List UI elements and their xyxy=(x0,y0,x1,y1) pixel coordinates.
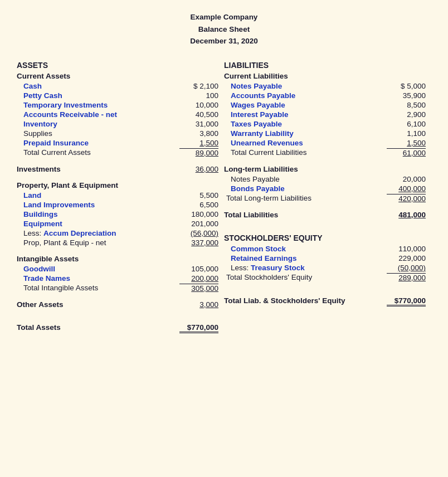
goodwill-label: Goodwill xyxy=(17,265,179,273)
total-current-liabilities-label: Total Current Liabilities xyxy=(224,148,387,157)
balance-sheet-layout: ASSETS Current Assets Cash $ 2,100 Petty… xyxy=(17,61,431,334)
land-row: Land 5,500 xyxy=(17,191,218,199)
supplies-label: Supplies xyxy=(17,129,179,138)
treasury-stock-label: Less: Treasury Stock xyxy=(224,264,387,272)
warranty-liability-value: 1,100 xyxy=(387,129,426,138)
goodwill-value: 105,000 xyxy=(179,265,218,273)
total-combined-label: Total Liab. & Stockholders' Equity xyxy=(224,296,387,305)
total-combined-row: Total Liab. & Stockholders' Equity $770,… xyxy=(224,296,426,306)
total-intangible-label: Total Intangible Assets xyxy=(17,284,179,293)
notes-payable-lt-label: Notes Payable xyxy=(224,175,387,183)
ppe-net-row: Prop, Plant & Equip - net 337,000 xyxy=(17,238,218,247)
trade-names-label: Trade Names xyxy=(17,274,179,283)
common-stock-value: 110,000 xyxy=(387,245,426,253)
total-equity-value: 289,000 xyxy=(387,273,426,282)
total-assets-row: Total Assets $770,000 xyxy=(17,323,218,333)
investments-row: Investments 36,000 xyxy=(17,165,218,173)
other-assets-value: 3,000 xyxy=(179,300,218,309)
trade-names-value: 200,000 xyxy=(179,274,218,283)
assets-column: ASSETS Current Assets Cash $ 2,100 Petty… xyxy=(17,61,224,334)
supplies-row: Supplies 3,800 xyxy=(17,129,218,138)
longterm-liabilities-header: Long-term Liabilities xyxy=(224,165,426,173)
other-assets-row: Other Assets 3,000 xyxy=(17,300,218,309)
prepaid-insurance-label: Prepaid Insurance xyxy=(17,139,179,147)
petty-cash-row: Petty Cash 100 xyxy=(17,91,218,100)
common-stock-row: Common Stock 110,000 xyxy=(224,245,426,253)
unearned-revenues-label: Unearned Revenues xyxy=(224,139,387,147)
total-liabilities-value: 481,000 xyxy=(387,211,426,219)
total-intangible-value: 305,000 xyxy=(179,284,218,293)
equipment-label: Equipment xyxy=(17,220,179,228)
inventory-value: 31,000 xyxy=(179,120,218,128)
report-date: December 31, 2020 xyxy=(17,35,431,47)
accounts-payable-row: Accounts Payable 35,900 xyxy=(224,91,426,100)
other-assets-label: Other Assets xyxy=(17,300,179,309)
total-current-assets-value: 89,000 xyxy=(179,148,218,157)
wages-payable-value: 8,500 xyxy=(387,101,426,109)
notes-payable-lt-row: Notes Payable 20,000 xyxy=(224,175,426,183)
cash-label: Cash xyxy=(17,82,179,90)
accounts-receivable-row: Accounts Receivable - net 40,500 xyxy=(17,110,218,119)
buildings-label: Buildings xyxy=(17,210,179,218)
supplies-value: 3,800 xyxy=(179,129,218,138)
temp-investments-label: Temporary Investments xyxy=(17,101,179,109)
interest-payable-value: 2,900 xyxy=(387,110,426,119)
total-equity-row: Total Stockholders' Equity 289,000 xyxy=(224,273,426,282)
inventory-label: Inventory xyxy=(17,120,179,128)
investments-value: 36,000 xyxy=(179,165,218,173)
wages-payable-row: Wages Payable 8,500 xyxy=(224,101,426,109)
total-combined-value: $770,000 xyxy=(387,296,426,306)
treasury-stock-blue: Treasury Stock xyxy=(251,264,305,272)
treasury-stock-value: (50,000) xyxy=(387,264,426,272)
warranty-liability-label: Warranty Liability xyxy=(224,129,387,138)
intangible-header: Intangible Assets xyxy=(17,255,218,263)
taxes-payable-label: Taxes Payable xyxy=(224,120,387,128)
total-longterm-liabilities-row: Total Long-term Liabilities 420,000 xyxy=(224,194,426,203)
accum-depreciation-row: Less: Accum Depreciation (56,000) xyxy=(17,229,218,237)
ppe-net-value: 337,000 xyxy=(179,238,218,247)
total-assets-value: $770,000 xyxy=(179,323,218,333)
total-current-liabilities-row: Total Current Liabilities 61,000 xyxy=(224,148,426,157)
land-label: Land xyxy=(17,191,179,199)
petty-cash-label: Petty Cash xyxy=(17,91,179,100)
land-value: 5,500 xyxy=(179,191,218,199)
common-stock-label: Common Stock xyxy=(224,245,387,253)
warranty-liability-row: Warranty Liability 1,100 xyxy=(224,129,426,138)
petty-cash-value: 100 xyxy=(179,91,218,100)
interest-payable-row: Interest Payable 2,900 xyxy=(224,110,426,119)
unearned-revenues-row: Unearned Revenues 1,500 xyxy=(224,139,426,147)
liabilities-column: LIABILITIES Current Liabilities Notes Pa… xyxy=(224,61,431,334)
interest-payable-label: Interest Payable xyxy=(224,110,387,119)
total-liabilities-label: Total Liabilities xyxy=(224,211,387,219)
taxes-payable-row: Taxes Payable 6,100 xyxy=(224,120,426,128)
total-current-assets-row: Total Current Assets 89,000 xyxy=(17,148,218,157)
inventory-row: Inventory 31,000 xyxy=(17,120,218,128)
trade-names-row: Trade Names 200,000 xyxy=(17,274,218,283)
total-liabilities-row: Total Liabilities 481,000 xyxy=(224,211,426,219)
temp-investments-row: Temporary Investments 10,000 xyxy=(17,101,218,109)
ppe-header: Property, Plant & Equipment xyxy=(17,181,218,189)
accounts-receivable-value: 40,500 xyxy=(179,110,218,119)
land-improvements-row: Land Improvements 6,500 xyxy=(17,201,218,209)
report-title: Balance Sheet xyxy=(17,23,431,36)
total-intangible-row: Total Intangible Assets 305,000 xyxy=(17,284,218,293)
assets-header: ASSETS xyxy=(17,61,218,70)
investments-label: Investments xyxy=(17,165,179,173)
equipment-row: Equipment 201,000 xyxy=(17,220,218,228)
temp-investments-value: 10,000 xyxy=(179,101,218,109)
bonds-payable-value: 400,000 xyxy=(387,184,426,193)
buildings-value: 180,000 xyxy=(179,210,218,218)
retained-earnings-label: Retained Earnings xyxy=(224,254,387,262)
cash-value: $ 2,100 xyxy=(179,82,218,90)
retained-earnings-row: Retained Earnings 229,000 xyxy=(224,254,426,262)
bonds-payable-label: Bonds Payable xyxy=(224,184,387,193)
total-equity-label: Total Stockholders' Equity xyxy=(224,273,387,282)
cash-row: Cash $ 2,100 xyxy=(17,82,218,90)
accum-depreciation-label: Less: Accum Depreciation xyxy=(17,229,179,237)
accounts-payable-value: 35,900 xyxy=(387,91,426,100)
notes-payable-current-label: Notes Payable xyxy=(224,82,387,90)
bonds-payable-row: Bonds Payable 400,000 xyxy=(224,184,426,193)
page-header: Example Company Balance Sheet December 3… xyxy=(17,11,431,47)
land-improvements-label: Land Improvements xyxy=(17,201,179,209)
land-improvements-value: 6,500 xyxy=(179,201,218,209)
